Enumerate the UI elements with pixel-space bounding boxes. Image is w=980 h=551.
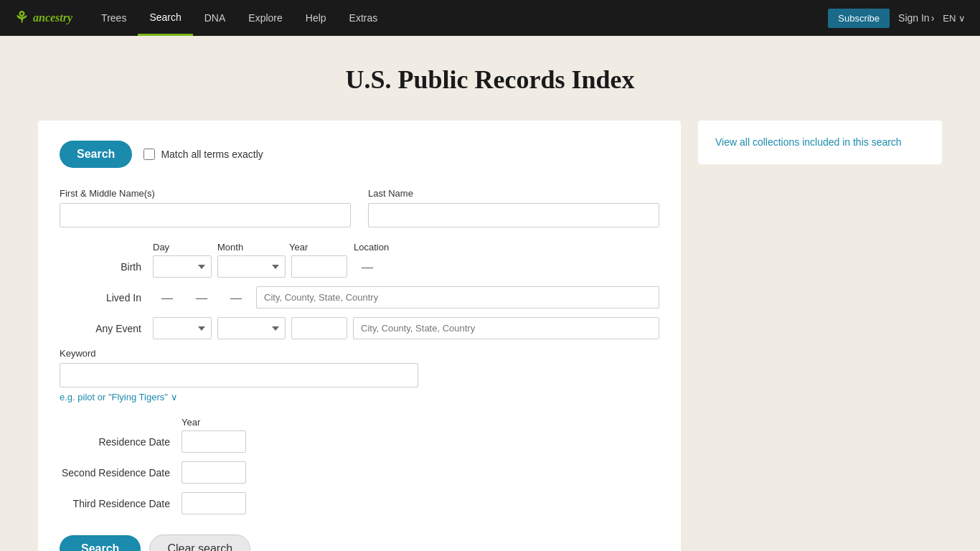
last-name-group: Last Name — [368, 188, 659, 227]
page-content: U.S. Public Records Index Search Match a… — [0, 36, 980, 551]
birth-year-input[interactable] — [291, 255, 347, 278]
third-residence-date-row: Third Residence Date — [60, 492, 659, 514]
residence-date-year-input[interactable] — [182, 430, 246, 453]
lived-in-label: Lived In — [60, 292, 153, 303]
sidebar-card: View all collections included in this se… — [698, 121, 942, 164]
nav-dna[interactable]: DNA — [193, 0, 237, 36]
birth-location-dash: — — [353, 260, 382, 273]
lived-in-row: Lived In — — — — [60, 286, 659, 309]
keyword-hint[interactable]: e.g. pilot or "Flying Tigers" ∨ — [60, 392, 659, 402]
residence-header-row: Year — [60, 417, 659, 428]
birth-day-select[interactable]: 1234567891011121314151617181920212223242… — [153, 255, 212, 278]
first-middle-input[interactable] — [60, 203, 351, 227]
nav-extras[interactable]: Extras — [338, 0, 390, 36]
logo-text: ancestry — [33, 11, 72, 24]
nav-links: Trees Search DNA Explore Help Extras — [90, 0, 828, 36]
search-button-top[interactable]: Search — [60, 141, 132, 168]
any-event-year-input[interactable] — [291, 317, 347, 339]
any-event-month-select[interactable]: JanFebMarAprMayJunJulAugSepOctNovDec — [217, 317, 286, 339]
keyword-input[interactable] — [60, 363, 418, 387]
residence-date-row: Residence Date — [60, 430, 659, 453]
col-header-location: Location — [354, 242, 659, 253]
birth-fields: 1234567891011121314151617181920212223242… — [153, 255, 659, 278]
lived-in-fields: — — — — [153, 286, 659, 309]
main-layout: Search Match all terms exactly First & M… — [38, 121, 942, 551]
search-button-bottom[interactable]: Search — [60, 535, 141, 551]
last-name-label: Last Name — [368, 188, 659, 199]
second-residence-date-label: Second Residence Date — [60, 467, 182, 479]
nav-right: Subscribe Sign In › EN ∨ — [828, 9, 966, 28]
lived-in-day-dash: — — [153, 291, 182, 304]
residence-date-label: Residence Date — [60, 436, 182, 448]
lived-in-month-dash: — — [187, 291, 216, 304]
subscribe-button[interactable]: Subscribe — [828, 9, 890, 28]
any-event-location-input[interactable] — [353, 317, 659, 339]
residence-year-col-header: Year — [182, 417, 200, 428]
residence-section: Year Residence Date Second Residence Dat… — [60, 417, 659, 514]
view-collections-link[interactable]: View all collections included in this se… — [715, 136, 902, 148]
nav-explore[interactable]: Explore — [237, 0, 293, 36]
lived-in-year-dash: — — [222, 291, 250, 304]
third-residence-date-label: Third Residence Date — [60, 498, 182, 509]
search-form-card: Search Match all terms exactly First & M… — [38, 121, 681, 551]
any-event-fields: 1234567891011121314151617181920212223242… — [153, 317, 659, 339]
bottom-actions: Search Clear search — [60, 534, 659, 551]
ancestry-leaf-icon: ⚘ — [14, 9, 29, 27]
last-name-input[interactable] — [368, 203, 659, 227]
birth-label: Birth — [60, 261, 153, 273]
name-row: First & Middle Name(s) Last Name — [60, 188, 659, 227]
lived-in-location-input[interactable] — [256, 286, 659, 309]
col-header-year: Year — [289, 242, 354, 253]
nav-help[interactable]: Help — [294, 0, 338, 36]
any-event-day-select[interactable]: 1234567891011121314151617181920212223242… — [153, 317, 212, 339]
navbar: ⚘ ancestry Trees Search DNA Explore Help… — [0, 0, 980, 36]
col-header-day: Day — [153, 242, 217, 253]
any-event-row: Any Event 123456789101112131415161718192… — [60, 317, 659, 339]
first-middle-group: First & Middle Name(s) — [60, 188, 351, 227]
keyword-section: Keyword e.g. pilot or "Flying Tigers" ∨ — [60, 348, 659, 402]
event-column-headers: Day Month Year Location — [60, 242, 659, 253]
top-actions: Search Match all terms exactly — [60, 141, 659, 168]
sign-in-link[interactable]: Sign In › — [898, 12, 934, 24]
second-residence-date-row: Second Residence Date — [60, 461, 659, 484]
match-terms-label[interactable]: Match all terms exactly — [143, 149, 263, 160]
nav-trees[interactable]: Trees — [90, 0, 138, 36]
second-residence-date-year-input[interactable] — [182, 461, 246, 484]
keyword-label: Keyword — [60, 348, 659, 359]
page-title: U.S. Public Records Index — [14, 65, 966, 95]
nav-search[interactable]: Search — [138, 0, 192, 36]
any-event-label: Any Event — [60, 323, 153, 334]
third-residence-date-year-input[interactable] — [182, 492, 246, 514]
birth-row: Birth 1234567891011121314151617181920212… — [60, 255, 659, 278]
language-selector[interactable]: EN ∨ — [943, 13, 966, 24]
col-header-month: Month — [217, 242, 289, 253]
clear-search-button[interactable]: Clear search — [149, 534, 250, 551]
first-middle-label: First & Middle Name(s) — [60, 188, 351, 199]
match-terms-checkbox[interactable] — [143, 149, 155, 160]
birth-month-select[interactable]: JanFebMarAprMayJunJulAugSepOctNovDec — [217, 255, 286, 278]
logo[interactable]: ⚘ ancestry — [14, 9, 72, 27]
